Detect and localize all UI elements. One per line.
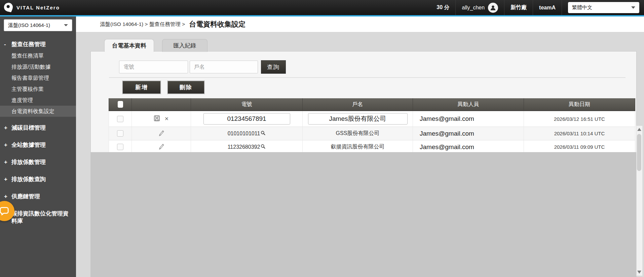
account-value: GSS股份有限公司 [336,130,380,137]
team-name[interactable]: teamA [533,0,562,15]
table-row: 11232680392叡揚資訊股份有限公司James@gmail.com2026… [109,140,635,154]
grid-header-cell: 異動人員 [413,98,524,110]
grid-header-cell [132,98,191,110]
sidebar-group-label[interactable]: +全站數據管理 [0,139,76,151]
tab-import-log[interactable]: 匯入紀錄 [162,39,207,52]
vital-logo-icon [4,2,13,13]
expand-icon[interactable]: + [4,122,11,134]
row-actions-cell [132,140,191,153]
brand: VITAL NetZero [0,2,60,13]
grid-header-cell: 戶名 [303,98,413,110]
select-all-checkbox[interactable] [118,101,123,108]
user-avatar-icon[interactable] [488,3,498,13]
sidebar-item[interactable]: 盤查任務清單 [0,50,76,61]
sidebar-group: +供應鏈管理 [0,191,76,202]
table-row: ✕James@gmail.com2026/03/12 16:51 UTC [109,111,635,127]
sidebar-group-text: 排放係數查詢 [11,174,46,185]
sidebar-group-label[interactable]: +供應鏈管理 [0,191,76,202]
chevron-down-icon [631,6,635,9]
magnifier-icon[interactable] [261,144,266,150]
panel-card: 查詢 新增 刪除 電號戶名異動人員異動日期✕James@gmail.com202… [90,51,637,277]
account-cell: 叡揚資訊股份有限公司 [303,140,413,153]
save-icon[interactable] [154,115,160,123]
page-title: 台電資料收集設定 [189,20,245,29]
chat-bubble-icon [0,206,9,216]
topbar: VITAL NetZero 30 分 ally_chen 新竹廠 teamA [0,0,644,15]
username: ally_chen [462,5,485,11]
grid-empty-area [91,152,636,277]
site-name[interactable]: 新竹廠 [504,0,533,15]
edit-pencil-icon[interactable] [158,143,165,151]
delete-button[interactable]: 刪除 [167,80,205,94]
account-name-input[interactable] [190,61,258,73]
meter-value: 11232680392 [228,144,260,150]
expand-icon[interactable]: + [4,191,11,202]
session-timer: 30 分 [430,0,455,15]
chevron-down-icon [64,24,68,26]
meter-cell [191,111,303,127]
scope-selector[interactable]: 溫盤(ISO 14064-1) [4,19,72,31]
scroll-down-icon[interactable] [637,271,641,274]
content-area: 台電基本資料匯入紀錄 查詢 新增 刪除 電號戶名異動人員異動日期✕James@g… [76,32,644,277]
vertical-scrollbar[interactable] [636,126,643,276]
row-checkbox[interactable] [117,144,123,150]
sidebar-group-text: 全站數據管理 [11,139,46,151]
account-edit-input[interactable] [308,113,408,125]
expand-icon[interactable]: + [4,174,11,185]
data-grid: 電號戶名異動人員異動日期✕James@gmail.com2026/03/12 1… [109,98,635,154]
tab-basic-data[interactable]: 台電基本資料 [104,39,154,52]
row-checkbox-cell [109,111,132,127]
sidebar-item[interactable]: 主管覆核作業 [0,83,76,95]
collapse-icon[interactable]: - [4,39,11,50]
topbar-right: 30 分 ally_chen 新竹廠 teamA 繁體中文 [430,0,644,15]
meter-cell: 01010101011 [191,127,303,140]
sidebar-group: +排放係數查詢 [0,174,76,185]
breadcrumb: 溫盤(ISO 14064-1) > 盤查任務管理 > 台電資料收集設定 [76,16,644,32]
edit-pencil-icon[interactable] [158,130,165,138]
sidebar-group: +全站數據管理 [0,139,76,151]
sidebar-item[interactable]: 排放源/活動數據 [0,61,76,72]
account-cell [303,111,413,127]
cancel-icon[interactable]: ✕ [164,116,169,122]
meter-edit-input[interactable] [203,113,290,125]
search-row: 查詢 [119,60,286,74]
sidebar-group-label[interactable]: +排放係數管理 [0,157,76,168]
scroll-up-icon[interactable] [637,128,641,131]
sidebar-item[interactable]: 報告書章節管理 [0,72,76,83]
sidebar-group: +排放係數管理 [0,157,76,168]
sidebar-group-label[interactable]: -盤查任務管理 [0,39,76,50]
modified-date-cell: 2026/03/11 09:09 UTC [524,140,635,153]
breadcrumb-path[interactable]: 溫盤(ISO 14064-1) > 盤查任務管理 > [100,21,185,28]
sidebar-group-label[interactable]: +排放係數查詢 [0,174,76,185]
sidebar-group-text: 碳排資訊數位化管理資料庫 [11,210,74,225]
editor-cell: James@gmail.com [413,111,524,127]
meter-cell: 11232680392 [191,140,303,153]
user-segment[interactable]: ally_chen [456,0,504,15]
grid-header-cell [109,98,132,110]
editor-cell: James@gmail.com [413,127,524,140]
sidebar-group-text: 盤查任務管理 [11,39,46,50]
sidebar-item[interactable]: 進度管理 [0,95,76,106]
row-actions-cell [132,127,191,140]
sidebar-item-active[interactable]: 台電資料收集設定 [0,106,76,117]
row-checkbox[interactable] [117,130,123,137]
grid-header-row: 電號戶名異動人員異動日期 [109,98,635,111]
account-cell: GSS股份有限公司 [303,127,413,140]
meter-number-input[interactable] [119,61,188,73]
account-value: 叡揚資訊股份有限公司 [331,143,385,150]
sidebar-group-label[interactable]: +減碳目標管理 [0,122,76,134]
query-button[interactable]: 查詢 [261,60,286,74]
modified-date-cell: 2026/03/11 10:14 UTC [524,127,635,140]
scrollbar-thumb[interactable] [637,134,641,171]
expand-icon[interactable]: + [4,157,11,168]
language-select[interactable]: 繁體中文 [568,2,639,13]
magnifier-icon[interactable] [261,131,266,137]
sidebar-menu: -盤查任務管理盤查任務清單排放源/活動數據報告書章節管理主管覆核作業進度管理台電… [0,39,76,225]
expand-icon[interactable]: + [4,139,11,151]
row-actions-cell: ✕ [132,111,191,127]
row-checkbox-cell [109,140,132,153]
add-button[interactable]: 新增 [122,80,161,94]
grid-header-cell: 異動日期 [524,98,635,110]
row-checkbox[interactable] [117,116,123,122]
scope-selector-value: 溫盤(ISO 14064-1) [8,22,50,29]
